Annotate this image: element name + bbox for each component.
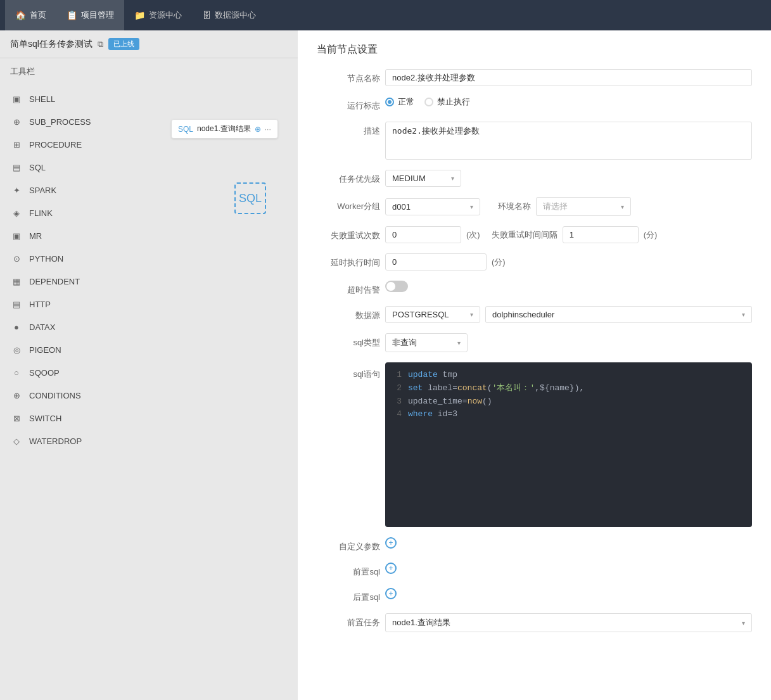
datasource-type-value: POSTGRESQL	[392, 310, 449, 319]
post-sql-label: 后置sql	[317, 588, 380, 603]
worker-select[interactable]: d001 ▾	[385, 198, 480, 215]
project-title: 简单sql任务传参测试	[10, 39, 92, 50]
nav-project-label: 项目管理	[81, 10, 114, 21]
fail-retry-interval-unit: (分)	[644, 229, 658, 241]
worker-chevron: ▾	[470, 203, 473, 210]
pigeon-icon: ◎	[10, 343, 23, 356]
tool-waterdrop-label: WATERDROP	[29, 436, 82, 446]
flink-icon: ◈	[10, 207, 23, 219]
copy-icon[interactable]: ⧉	[98, 39, 103, 49]
main-layout: 简单sql任务传参测试 ⧉ 已上线 工具栏 ▣ SHELL ⊕ SUB_PROC…	[0, 30, 771, 700]
datasource-content: POSTGRESQL ▾ dolphinscheduler ▾	[385, 306, 752, 323]
tool-mr-label: MR	[29, 231, 42, 241]
mr-icon: ▣	[10, 229, 23, 242]
fail-retry-count-input[interactable]	[385, 226, 461, 243]
delay-row: 延时执行时间 (分)	[317, 253, 752, 270]
node-sql-icon: SQL	[178, 125, 193, 134]
node-name-row: 节点名称 node2.接收并处理参数	[317, 69, 752, 86]
conditions-icon: ⊕	[10, 389, 23, 402]
fail-retry-interval-label: 失败重试时间间隔	[492, 229, 558, 241]
timeout-row: 超时告警	[317, 281, 752, 296]
timeout-label: 超时告警	[317, 281, 380, 296]
priority-select[interactable]: MEDIUM ▾	[385, 170, 461, 187]
http-icon: ▤	[10, 298, 23, 310]
radio-disabled-dot	[424, 98, 433, 106]
tool-spark-label: SPARK	[29, 186, 56, 195]
tool-http-label: HTTP	[29, 300, 51, 309]
datasource-name-chevron: ▾	[742, 311, 745, 318]
precede-task-label: 前置任务	[317, 613, 380, 628]
node-name-input[interactable]: node2.接收并处理参数	[385, 69, 752, 86]
node-more-icon[interactable]: ···	[265, 125, 271, 134]
tool-pigeon-label: PIGEON	[29, 345, 61, 355]
tool-sub-process-label: SUB_PROCESS	[29, 117, 91, 127]
post-sql-add[interactable]: +	[385, 588, 397, 599]
panel-title: 当前节点设置	[317, 43, 752, 56]
precede-task-value: node1.查询结果	[392, 617, 450, 628]
sql-statement-label: sql语句	[317, 362, 380, 380]
node-add-icon[interactable]: ⊕	[255, 125, 261, 134]
nav-project[interactable]: 📋 项目管理	[56, 0, 124, 30]
fail-retry-row: 失败重试次数 (次) 失败重试时间间隔 (分)	[317, 226, 752, 243]
nav-home[interactable]: 🏠 首页	[5, 0, 56, 30]
right-panel: 当前节点设置 节点名称 node2.接收并处理参数 运行标志 正常 禁止执行	[298, 30, 771, 700]
sql-icon: ▤	[10, 161, 23, 174]
datasource-nav-icon: 🗄	[202, 10, 211, 20]
switch-icon: ⊠	[10, 412, 23, 424]
desc-textarea[interactable]: node2.接收并处理参数	[385, 122, 752, 160]
pre-sql-add[interactable]: +	[385, 563, 397, 574]
datasource-row: 数据源 POSTGRESQL ▾ dolphinscheduler ▾	[317, 306, 752, 323]
sql-type-content: 非查询 ▾	[385, 333, 752, 352]
left-panel: 简单sql任务传参测试 ⧉ 已上线 工具栏 ▣ SHELL ⊕ SUB_PROC…	[0, 30, 298, 700]
custom-params-add[interactable]: +	[385, 537, 397, 549]
fail-retry-count-label: 失败重试次数	[317, 226, 380, 241]
sql-editor[interactable]: 1 update tmp 2 set label=concat('本名叫：',$…	[385, 362, 752, 527]
run-flag-normal[interactable]: 正常	[385, 96, 414, 108]
post-sql-add-icon: +	[385, 588, 397, 599]
custom-params-add-icon: +	[385, 537, 397, 549]
sql-type-select[interactable]: 非查询 ▾	[385, 333, 468, 352]
tool-datax-label: DATAX	[29, 322, 55, 332]
project-header: 简单sql任务传参测试 ⧉ 已上线	[0, 30, 298, 58]
precede-task-chevron: ▾	[742, 620, 745, 627]
delay-input[interactable]	[385, 253, 487, 270]
datasource-type-chevron: ▾	[470, 311, 473, 318]
shell-icon: ▣	[10, 92, 23, 105]
canvas-area: SQL node1.查询结果 ⊕ ··· SQL	[108, 87, 298, 700]
nav-datasource[interactable]: 🗄 数据源中心	[192, 0, 266, 30]
worker-value: d001	[392, 202, 411, 212]
timeout-content	[385, 281, 752, 292]
sql-line-4: 4 where id=3	[392, 408, 746, 421]
pre-sql-add-icon: +	[385, 563, 397, 574]
nav-resource-label: 资源中心	[149, 10, 182, 21]
datasource-type-select[interactable]: POSTGRESQL ▾	[385, 306, 480, 323]
fail-retry-interval-input[interactable]	[563, 226, 639, 243]
canvas-node-1[interactable]: SQL node1.查询结果 ⊕ ···	[171, 119, 278, 139]
timeout-toggle[interactable]	[385, 281, 408, 292]
priority-chevron: ▾	[451, 175, 454, 182]
sql-line-2: 2 set label=concat('本名叫：',${name}),	[392, 382, 746, 395]
pre-sql-label: 前置sql	[317, 563, 380, 578]
datasource-label: 数据源	[317, 306, 380, 321]
fail-retry-count-unit: (次)	[466, 229, 480, 241]
resource-icon: 📁	[134, 10, 145, 20]
priority-label: 任务优先级	[317, 170, 380, 185]
run-flag-disabled[interactable]: 禁止执行	[424, 96, 470, 108]
sql-line-3: 3 update_time=now()	[392, 395, 746, 409]
nav-resource[interactable]: 📁 资源中心	[124, 0, 192, 30]
env-select[interactable]: 请选择 ▾	[536, 197, 631, 216]
tool-sql-label: SQL	[29, 163, 46, 172]
python-icon: ⊙	[10, 252, 23, 265]
spark-icon: ✦	[10, 184, 23, 196]
datasource-name-select[interactable]: dolphinscheduler ▾	[485, 306, 752, 323]
precede-task-row: 前置任务 node1.查询结果 ▾	[317, 613, 752, 632]
sqoop-icon: ○	[10, 366, 23, 379]
run-flag-radio-group: 正常 禁止执行	[385, 96, 470, 108]
datax-icon: ●	[10, 321, 23, 333]
precede-task-select[interactable]: node1.查询结果 ▾	[385, 613, 752, 632]
canvas-node-label: node1.查询结果	[197, 124, 251, 134]
tool-procedure-label: PROCEDURE	[29, 140, 82, 150]
delay-label: 延时执行时间	[317, 253, 380, 269]
custom-params-label: 自定义参数	[317, 537, 380, 552]
post-sql-row: 后置sql +	[317, 588, 752, 603]
